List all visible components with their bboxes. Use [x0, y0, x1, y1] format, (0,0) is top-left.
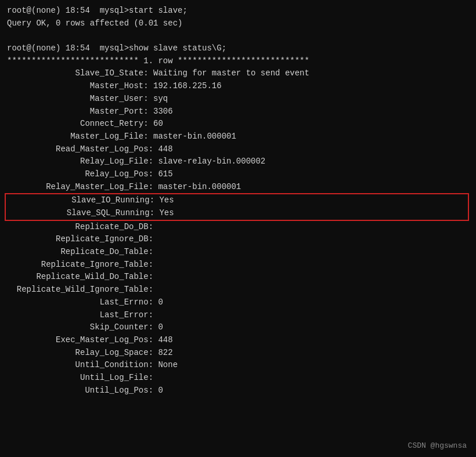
terminal-line: Query OK, 0 rows affected (0.01 sec) — [7, 19, 182, 28]
terminal-line: Master_Log_File: master-bin.000001 — [7, 132, 236, 141]
terminal-line: Until_Log_File: — [7, 373, 153, 382]
terminal-line: Until_Log_Pos: 0 — [7, 386, 163, 395]
terminal-line: Read_Master_Log_Pos: 448 — [7, 144, 173, 154]
terminal-line: Replicate_Wild_Do_Table: — [7, 272, 153, 281]
terminal-pre: root@(none) 18:54 mysql>start slave; Que… — [7, 5, 469, 397]
terminal-line: Replicate_Do_DB: — [7, 222, 153, 231]
terminal-line: Replicate_Ignore_Table: — [7, 260, 153, 269]
terminal-line: Replicate_Wild_Ignore_Table: — [7, 285, 153, 294]
terminal-line: Master_User: syq — [7, 94, 168, 103]
watermark: CSDN @hgswnsa — [408, 441, 467, 450]
terminal-window: root@(none) 18:54 mysql>start slave; Que… — [0, 0, 476, 457]
terminal-line: Last_Error: — [7, 310, 153, 320]
terminal-line: Master_Port: 3306 — [7, 107, 173, 116]
highlight-block-start: Slave_IO_Running: Yes Slave_SQL_Running:… — [5, 193, 469, 220]
terminal-line-highlighted: Slave_SQL_Running: Yes — [8, 208, 174, 217]
terminal-line-highlighted: Slave_IO_Running: Yes — [8, 195, 174, 205]
terminal-line: root@(none) 18:54 mysql>start slave; — [7, 6, 187, 15]
terminal-line: Exec_Master_Log_Pos: 448 — [7, 335, 173, 344]
terminal-line: Replicate_Do_Table: — [7, 247, 153, 256]
terminal-line: Last_Errno: 0 — [7, 298, 163, 307]
terminal-line: Skip_Counter: 0 — [7, 322, 163, 332]
terminal-line: Master_Host: 192.168.225.16 — [7, 81, 222, 90]
terminal-line: Connect_Retry: 60 — [7, 119, 163, 128]
terminal-line: Slave_IO_State: Waiting for master to se… — [7, 68, 309, 78]
terminal-line: Until_Condition: None — [7, 360, 178, 369]
terminal-line: Relay_Log_Pos: 615 — [7, 169, 173, 179]
terminal-line: Replicate_Ignore_DB: — [7, 234, 153, 244]
terminal-line: Relay_Master_Log_File: master-bin.000001 — [7, 182, 241, 191]
terminal-line: root@(none) 18:54 mysql>show slave statu… — [7, 43, 226, 53]
terminal-line: *************************** 1. row *****… — [7, 56, 309, 66]
terminal-content: root@(none) 18:54 mysql>start slave; Que… — [7, 5, 469, 397]
terminal-line: Relay_Log_Space: 822 — [7, 348, 173, 357]
terminal-line: Relay_Log_File: slave-relay-bin.000002 — [7, 157, 265, 166]
